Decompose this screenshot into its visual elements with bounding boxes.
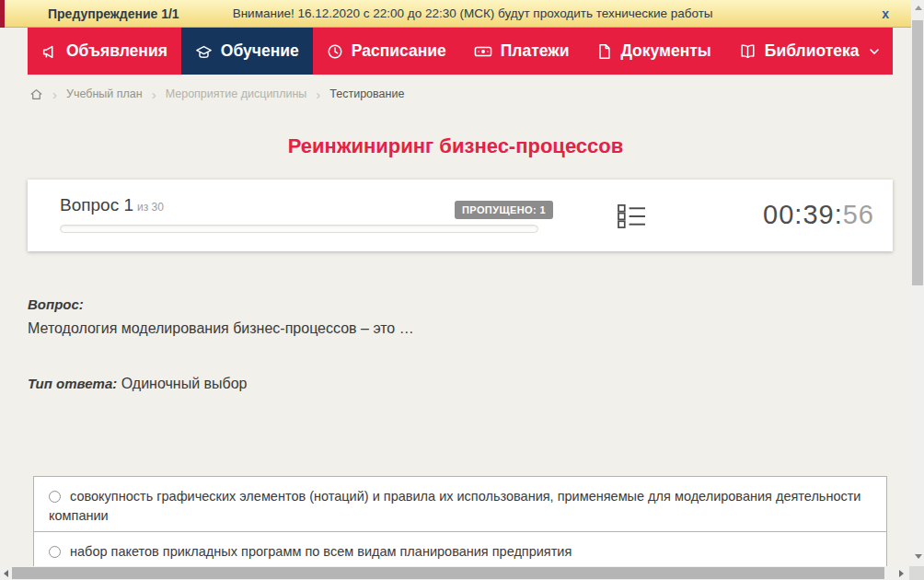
nav-item-label: Обучение (221, 41, 299, 61)
answer-type: Тип ответа: Одиночный выбор (28, 376, 248, 392)
radio-button[interactable] (49, 491, 61, 503)
skipped-badge: ПРОПУЩЕНО: 1 (455, 201, 553, 219)
answer-type-label: Тип ответа: (28, 376, 117, 391)
question-label: Вопрос: (28, 296, 84, 312)
timer-seconds: 56 (843, 200, 874, 229)
breadcrumb-current: Тестирование (329, 87, 404, 100)
horizontal-scrollbar-thumb[interactable] (12, 567, 884, 579)
chevron-down-icon (869, 48, 880, 55)
scroll-left-icon[interactable] (4, 570, 8, 577)
answer-option-text: набор пакетов прикладных программ по все… (70, 544, 572, 559)
book-icon (739, 43, 757, 60)
warning-banner: Предупреждение 1/1 Внимание! 16.12.2020 … (0, 0, 911, 28)
clock-icon (327, 43, 343, 60)
breadcrumb-discipline-event[interactable]: Мероприятие дисциплины (166, 87, 307, 100)
vertical-scrollbar[interactable] (911, 0, 924, 566)
warning-left-accent (0, 0, 5, 28)
timer-hours-minutes: 00:39: (763, 200, 843, 229)
question-header-card: Вопрос 1из 30 ПРОПУЩЕНО: 1 00:39:56 (28, 180, 893, 251)
horizontal-scrollbar[interactable] (0, 566, 909, 580)
document-icon (596, 43, 612, 60)
question-number-label: Вопрос 1 (60, 195, 133, 215)
scroll-right-icon[interactable] (899, 570, 904, 577)
home-icon[interactable] (29, 87, 43, 101)
radio-button[interactable] (49, 546, 61, 558)
chevron-right-icon: › (52, 87, 57, 101)
answer-option-text: совокупность графических элементов (нота… (49, 489, 860, 523)
timer: 00:39:56 (763, 200, 874, 230)
scrollbar-corner (909, 566, 924, 580)
nav-item-announcements[interactable]: Объявления (28, 28, 181, 75)
answer-type-value: Одиночный выбор (121, 376, 248, 391)
question-number: Вопрос 1из 30 (60, 195, 164, 215)
nav-item-label: Библиотека (765, 41, 860, 61)
banknote-icon (474, 43, 492, 60)
vertical-scrollbar-thumb[interactable] (912, 20, 923, 285)
progress-bar (60, 225, 538, 233)
question-list-icon[interactable] (617, 203, 647, 233)
megaphone-icon (41, 43, 58, 60)
nav-item-library[interactable]: Библиотека (725, 28, 895, 75)
nav-item-label: Расписание (352, 41, 446, 61)
question-count: из 30 (137, 201, 164, 214)
nav-item-schedule[interactable]: Расписание (313, 28, 460, 75)
scroll-up-icon[interactable] (915, 6, 922, 10)
answer-option-1[interactable]: совокупность графических элементов (нота… (33, 476, 887, 537)
chevron-right-icon: › (316, 87, 320, 101)
breadcrumb-curriculum[interactable]: Учебный план (66, 87, 143, 100)
page-title: Реинжиниринг бизнес-процессов (0, 134, 911, 158)
chevron-right-icon: › (152, 87, 156, 101)
main-nav: Объявления Обучение Расписание Платежи Д… (28, 28, 893, 75)
warning-message: Внимание! 16.12.2020 с 22:00 до 22:30 (М… (233, 6, 713, 20)
close-icon[interactable]: x (882, 6, 889, 21)
warning-label: Предупреждение 1/1 (48, 6, 179, 21)
nav-item-label: Объявления (66, 41, 167, 61)
question-text: Методология моделирования бизнес-процесс… (28, 320, 414, 337)
nav-item-learning[interactable]: Обучение (181, 28, 313, 75)
nav-item-payments[interactable]: Платежи (460, 28, 583, 75)
nav-item-label: Платежи (501, 41, 570, 61)
breadcrumb: › Учебный план › Мероприятие дисциплины … (29, 83, 404, 105)
nav-item-documents[interactable]: Документы (583, 28, 724, 75)
scroll-down-icon[interactable] (915, 554, 922, 559)
nav-item-label: Документы (620, 41, 710, 61)
graduation-cap-icon (195, 43, 213, 60)
